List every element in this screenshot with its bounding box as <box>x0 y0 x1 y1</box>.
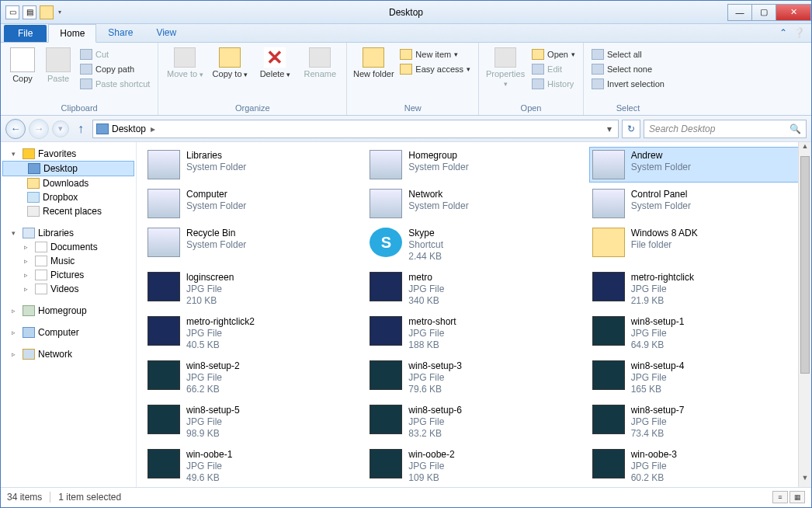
tree-recent[interactable]: Recent places <box>1 204 136 218</box>
file-item[interactable]: win8-setup-2JPG File66.2 KB <box>144 357 359 398</box>
file-item[interactable]: win8-setup-5JPG File98.9 KB <box>144 402 359 443</box>
search-placeholder: Search Desktop <box>649 124 715 134</box>
back-button[interactable]: ← <box>5 119 26 139</box>
items-grid[interactable]: LibrariesSystem FolderHomegroupSystem Fo… <box>137 142 811 487</box>
item-size: 79.6 KB <box>408 384 462 395</box>
file-item[interactable]: Recycle BinSystem Folder <box>144 224 359 266</box>
app-icon[interactable]: ▭ <box>5 5 19 19</box>
file-item[interactable]: AndrewSystem Folder <box>589 147 803 183</box>
open-icon <box>532 49 544 60</box>
edit-button[interactable]: Edit <box>529 62 578 76</box>
delete-button[interactable]: ✕Delete <box>253 44 297 78</box>
item-name: win8-setup-3 <box>408 360 462 372</box>
file-item[interactable]: win-oobe-3JPG File60.2 KB <box>589 446 803 487</box>
file-item[interactable]: HomegroupSystem Folder <box>366 147 581 183</box>
up-button[interactable]: ↑ <box>72 120 89 137</box>
tab-view[interactable]: View <box>144 23 188 42</box>
file-item[interactable]: SSkypeShortcut2.44 KB <box>366 224 581 266</box>
select-all-button[interactable]: Select all <box>588 47 668 61</box>
file-item[interactable]: metro-rightclickJPG File21.9 KB <box>589 269 803 310</box>
file-item[interactable]: LibrariesSystem Folder <box>144 147 359 183</box>
item-meta: win8-setup-7JPG File73.4 KB <box>631 405 685 440</box>
scrollbar[interactable]: ▲ ▼ <box>798 142 811 487</box>
file-item[interactable]: win-oobe-1JPG File49.6 KB <box>144 446 359 487</box>
minimize-ribbon-icon[interactable]: ⌃ <box>779 27 787 38</box>
minimize-button[interactable]: — <box>727 4 752 21</box>
refresh-button[interactable]: ↻ <box>622 120 640 138</box>
breadcrumb-separator[interactable]: ▸ <box>146 124 160 134</box>
new-folder-button[interactable]: New folder <box>352 44 395 78</box>
qat-properties-icon[interactable]: ▤ <box>23 5 36 19</box>
tree-downloads[interactable]: Downloads <box>1 176 136 190</box>
item-thumbnail <box>592 449 625 478</box>
copy-button[interactable]: Copy <box>5 44 40 83</box>
recent-locations-button[interactable]: ▾ <box>52 120 69 137</box>
tree-pictures[interactable]: ▹Pictures <box>1 268 136 282</box>
large-icons-view-button[interactable]: ▦ <box>789 491 805 503</box>
new-item-button[interactable]: New item <box>397 47 474 61</box>
breadcrumb[interactable]: Desktop <box>112 124 146 134</box>
tree-libraries[interactable]: ▾Libraries <box>1 226 136 240</box>
tab-file[interactable]: File <box>4 25 47 42</box>
file-item[interactable]: win-oobe-2JPG File109 KB <box>366 446 581 487</box>
history-button[interactable]: History <box>529 77 578 91</box>
copy-path-button[interactable]: Copy path <box>77 62 153 76</box>
file-item[interactable]: loginscreenJPG File210 KB <box>144 269 359 310</box>
file-item[interactable]: win8-setup-1JPG File64.9 KB <box>589 313 803 354</box>
qat-dropdown[interactable]: ▾ <box>57 9 63 16</box>
qat-newfolder-icon[interactable] <box>40 5 54 19</box>
tree-network[interactable]: ▹Network <box>1 347 136 361</box>
address-bar[interactable]: Desktop ▸ ▾ <box>92 120 619 138</box>
scroll-down-button[interactable]: ▼ <box>799 474 811 487</box>
details-view-button[interactable]: ≡ <box>772 491 788 503</box>
tree-dropbox[interactable]: Dropbox <box>1 190 136 204</box>
status-selected: 1 item selected <box>58 492 121 503</box>
file-item[interactable]: win8-setup-6JPG File83.2 KB <box>366 402 581 443</box>
file-item[interactable]: win8-setup-4JPG File165 KB <box>589 357 803 398</box>
paste-button[interactable]: Paste <box>41 44 75 83</box>
file-item[interactable]: metro-rightclick2JPG File40.5 KB <box>144 313 359 354</box>
tree-homegroup[interactable]: ▹Homegroup <box>1 304 136 318</box>
file-item[interactable]: metro-shortJPG File188 KB <box>366 313 581 354</box>
help-icon[interactable]: ❔ <box>793 27 805 38</box>
item-name: win-oobe-3 <box>631 449 677 461</box>
tree-favorites[interactable]: ▾Favorites <box>1 147 136 161</box>
search-input[interactable]: Search Desktop 🔍 <box>644 120 807 138</box>
easy-access-button[interactable]: Easy access <box>397 62 474 76</box>
item-meta: win8-setup-6JPG File83.2 KB <box>408 405 462 440</box>
item-thumbnail <box>147 316 180 346</box>
open-button[interactable]: Open <box>529 47 578 61</box>
paste-shortcut-button[interactable]: Paste shortcut <box>77 77 153 91</box>
item-type: JPG File <box>186 372 240 384</box>
scroll-up-button[interactable]: ▲ <box>799 142 811 155</box>
scroll-thumb[interactable] <box>800 156 810 374</box>
cut-button[interactable]: Cut <box>77 47 153 61</box>
file-item[interactable]: win8-setup-7JPG File73.4 KB <box>589 402 803 443</box>
item-meta: win-oobe-2JPG File109 KB <box>408 449 454 484</box>
navigation-pane[interactable]: ▾Favorites Desktop Downloads Dropbox Rec… <box>1 142 137 487</box>
address-dropdown[interactable]: ▾ <box>604 124 615 134</box>
rename-button[interactable]: Rename <box>298 44 342 78</box>
maximize-button[interactable]: ▢ <box>751 4 776 21</box>
invert-selection-button[interactable]: Invert selection <box>588 77 668 91</box>
close-button[interactable]: ✕ <box>776 4 811 21</box>
tree-computer[interactable]: ▹Computer <box>1 325 136 339</box>
forward-button[interactable]: → <box>29 119 49 139</box>
select-none-button[interactable]: Select none <box>588 62 668 76</box>
tree-desktop[interactable]: Desktop <box>2 161 134 176</box>
tree-music[interactable]: ▹Music <box>1 254 136 268</box>
file-item[interactable]: Windows 8 ADKFile folder <box>589 224 803 266</box>
copy-to-button[interactable]: Copy to <box>208 44 252 78</box>
tab-home[interactable]: Home <box>48 24 96 43</box>
properties-button[interactable]: Properties <box>484 44 527 88</box>
tree-documents[interactable]: ▹Documents <box>1 240 136 254</box>
item-thumbnail <box>370 150 402 179</box>
file-item[interactable]: win8-setup-3JPG File79.6 KB <box>366 357 581 398</box>
file-item[interactable]: ComputerSystem Folder <box>144 186 359 221</box>
tab-share[interactable]: Share <box>96 23 144 42</box>
file-item[interactable]: metroJPG File340 KB <box>366 269 581 310</box>
file-item[interactable]: Control PanelSystem Folder <box>589 186 803 221</box>
file-item[interactable]: NetworkSystem Folder <box>366 186 581 221</box>
move-to-button[interactable]: Move to <box>163 44 206 78</box>
tree-videos[interactable]: ▹Videos <box>1 282 136 296</box>
